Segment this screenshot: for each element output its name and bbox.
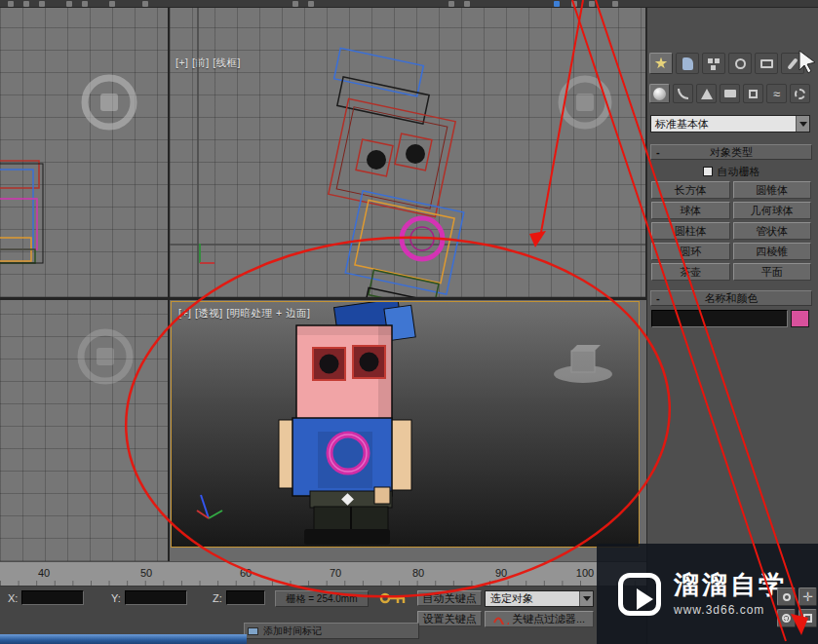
cylinder-button[interactable]: 圆柱体 xyxy=(651,222,730,240)
left-wireframe-character[interactable] xyxy=(0,161,43,263)
tab-modify[interactable] xyxy=(676,53,699,74)
autogrid-checkbox[interactable] xyxy=(703,167,713,176)
set-key-button[interactable]: 设置关键点 xyxy=(417,611,482,626)
watermark-play-icon xyxy=(618,573,661,616)
toolbar-icon[interactable] xyxy=(292,1,298,7)
key-filters-button[interactable]: 关键点过滤器... xyxy=(485,611,594,627)
box-button[interactable]: 长方体 xyxy=(651,181,730,199)
category-geometry[interactable] xyxy=(649,84,670,103)
geometry-icon xyxy=(653,88,666,100)
timeline-ruler[interactable]: 40 50 60 70 80 90 100 xyxy=(0,561,646,587)
pyramid-button[interactable]: 四棱锥 xyxy=(733,243,812,260)
timeline-tick: 40 xyxy=(38,567,50,579)
torus-button[interactable]: 圆环 xyxy=(651,243,730,260)
teapot-button[interactable]: 茶壶 xyxy=(651,263,730,281)
motion-icon xyxy=(735,58,746,69)
category-cameras[interactable] xyxy=(720,84,740,103)
category-space-warps[interactable]: ≈ xyxy=(766,84,787,103)
perspective-character[interactable] xyxy=(279,302,415,545)
category-systems[interactable] xyxy=(790,84,810,103)
viewport-watermark-gizmo-3d xyxy=(554,345,612,383)
toolbar-icon[interactable] xyxy=(66,1,72,7)
hierarchy-icon xyxy=(708,58,713,63)
tab-display[interactable] xyxy=(755,53,778,74)
toolbar-icon[interactable] xyxy=(142,1,148,7)
viewport-watermark-gizmo xyxy=(81,332,130,381)
toolbar-icon-active[interactable] xyxy=(554,1,560,7)
toolbar-icon[interactable] xyxy=(612,1,618,7)
tab-utilities[interactable] xyxy=(781,53,804,74)
add-time-tag-button[interactable]: 添加时间标记 xyxy=(244,623,419,639)
tab-create[interactable] xyxy=(649,53,673,74)
watermark-brand: 溜溜自学 xyxy=(674,572,787,597)
viewport-front[interactable]: [+] [前] [线框] xyxy=(170,8,645,297)
z-label: Z: xyxy=(213,592,222,604)
object-color-swatch[interactable] xyxy=(791,310,809,327)
timeline-tick: 60 xyxy=(240,567,252,579)
y-coordinate-field[interactable] xyxy=(125,590,187,605)
viewport-top-left[interactable] xyxy=(0,8,168,297)
x-label: X: xyxy=(8,592,18,604)
windows-taskbar[interactable] xyxy=(0,634,247,644)
x-coordinate-field[interactable] xyxy=(21,590,84,605)
display-icon xyxy=(760,59,773,68)
object-name-field[interactable] xyxy=(651,310,788,327)
z-coordinate-field[interactable] xyxy=(226,590,265,605)
toolbar-icon[interactable] xyxy=(8,1,14,7)
front-wireframe-character[interactable] xyxy=(329,48,464,297)
timeline-tick: 50 xyxy=(140,567,152,579)
category-lights[interactable] xyxy=(696,84,717,103)
orbit-icon[interactable] xyxy=(777,609,796,627)
toolbar-icon[interactable] xyxy=(82,1,88,7)
create-icon xyxy=(655,57,668,70)
toolbar-icon[interactable] xyxy=(109,1,115,7)
plane-button[interactable]: 平面 xyxy=(733,263,812,281)
primitive-category-dropdown[interactable]: 标准基本体 xyxy=(650,115,810,133)
lights-icon xyxy=(701,89,713,99)
toolbar-icon[interactable] xyxy=(571,1,577,7)
toolbar-icon[interactable] xyxy=(308,1,314,7)
axis-tripod xyxy=(200,244,214,263)
collapse-icon: - xyxy=(656,146,660,158)
toolbar-icon[interactable] xyxy=(23,1,29,7)
chevron-down-icon[interactable] xyxy=(579,591,593,606)
sphere-button[interactable]: 球体 xyxy=(651,202,730,219)
geosphere-button[interactable]: 几何球体 xyxy=(733,202,812,219)
viewport-watermark-gizmo xyxy=(85,78,134,127)
cone-button[interactable]: 圆锥体 xyxy=(733,181,812,199)
selection-filter-value: 选定对象 xyxy=(486,591,579,606)
toolbar-icon[interactable] xyxy=(39,1,45,7)
viewport-top-left-content xyxy=(0,8,168,297)
toolbar-icon[interactable] xyxy=(589,1,595,7)
maximize-viewport-icon[interactable] xyxy=(799,609,817,627)
object-type-rollout-header[interactable]: - 对象类型 xyxy=(650,144,812,160)
helpers-icon xyxy=(749,90,758,98)
object-type-buttons: 长方体 圆锥体 球体 几何球体 圆柱体 管状体 圆环 四棱锥 茶壶 平面 xyxy=(651,181,811,281)
selection-filter-dropdown[interactable]: 选定对象 xyxy=(485,590,594,607)
pan-icon[interactable]: ✛ xyxy=(799,587,817,606)
autogrid-label: 自动栅格 xyxy=(718,165,760,179)
tab-hierarchy[interactable] xyxy=(702,53,725,74)
y-label: Y: xyxy=(111,592,121,604)
command-panel-tabs xyxy=(649,53,804,74)
tube-button[interactable]: 管状体 xyxy=(733,222,812,240)
zoom-icon[interactable] xyxy=(777,587,796,606)
timeline-tick: 90 xyxy=(495,567,507,579)
tab-motion[interactable] xyxy=(728,53,752,74)
create-categories: ≈ xyxy=(649,84,810,103)
key-filter-curve-icon xyxy=(493,615,509,625)
category-shapes[interactable] xyxy=(673,84,693,103)
chevron-down-icon[interactable] xyxy=(796,116,809,132)
name-color-rollout-header[interactable]: - 名称和颜色 xyxy=(650,290,812,306)
toolbar-icon[interactable] xyxy=(448,1,454,7)
axis-tripod xyxy=(197,495,222,518)
category-helpers[interactable] xyxy=(743,84,763,103)
main-toolbar[interactable] xyxy=(0,0,818,8)
viewport-bottom-left-content xyxy=(0,300,168,561)
viewport-bottom-left[interactable] xyxy=(0,300,168,561)
3dsmax-window: [+] [前] [线框] xyxy=(0,0,818,644)
auto-key-button[interactable]: 自动关键点 xyxy=(417,590,482,606)
viewport-perspective[interactable]: [+] [透视] [明暗处理 + 边面] xyxy=(171,301,640,548)
key-icon xyxy=(378,591,409,606)
toolbar-icon[interactable] xyxy=(464,1,470,7)
